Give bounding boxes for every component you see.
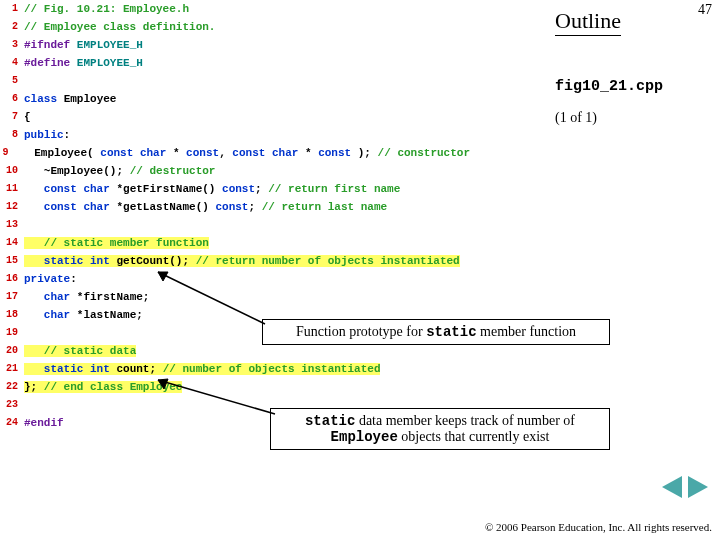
line-number: 21 [0,360,24,378]
svg-line-0 [158,272,265,324]
svg-marker-3 [158,379,168,389]
slide-nav [662,476,708,498]
outline-title: Outline [555,8,621,36]
code-content: { [24,108,31,126]
code-line: 6class Employee [0,90,470,108]
svg-line-2 [158,380,275,414]
callout-arrow-icon [150,372,280,422]
code-content: char *lastName; [24,306,143,324]
code-content: #endif [24,414,64,432]
callout-text: member function [477,324,577,339]
callout-static-function: Function prototype for static member fun… [262,319,610,345]
callout-code: static [426,324,476,340]
line-number: 17 [0,288,24,306]
line-number: 23 [0,396,24,414]
callout-text: objects that currently exist [398,429,550,444]
line-number: 16 [0,270,24,288]
line-number: 4 [0,54,24,72]
code-content: private: [24,270,77,288]
code-content: // Fig. 10.21: Employee.h [24,0,189,18]
code-line: 2// Employee class definition. [0,18,470,36]
code-listing: 1// Fig. 10.21: Employee.h2// Employee c… [0,0,470,432]
line-number: 19 [0,324,24,342]
callout-static-data: static data member keeps track of number… [270,408,610,450]
callout-code: Employee [331,429,398,445]
code-content: const char *getFirstName() const; // ret… [24,180,400,198]
code-line: 7{ [0,108,470,126]
line-number: 3 [0,36,24,54]
code-line: 11 const char *getFirstName() const; // … [0,180,470,198]
line-number: 12 [0,198,24,216]
code-content: #ifndef EMPLOYEE_H [24,36,143,54]
code-content: // static data [24,342,136,360]
callout-text: data member keeps track of number of [355,413,575,428]
code-content: #define EMPLOYEE_H [24,54,143,72]
line-number: 18 [0,306,24,324]
code-content: const char *getLastName() const; // retu… [24,198,387,216]
code-line: 13 [0,216,470,234]
line-number: 15 [0,252,24,270]
line-number: 2 [0,18,24,36]
copyright-text: © 2006 Pearson Education, Inc. All right… [485,521,712,534]
code-line: 14 // static member function [0,234,470,252]
code-content: // static member function [24,234,209,252]
line-number: 14 [0,234,24,252]
line-number: 20 [0,342,24,360]
line-number: 11 [0,180,24,198]
line-number: 8 [0,126,24,144]
code-content: ~Employee(); // destructor [24,162,215,180]
line-number: 6 [0,90,24,108]
code-content: public: [24,126,70,144]
line-number: 13 [0,216,24,234]
line-number: 22 [0,378,24,396]
code-content: Employee( const char * const, const char… [14,144,470,162]
source-filename: fig10_21.cpp [555,78,663,95]
page-of-indicator: (1 of 1) [555,110,597,126]
page-number: 47 [698,2,712,18]
prev-slide-icon[interactable] [662,476,682,498]
line-number: 24 [0,414,24,432]
callout-code: static [305,413,355,429]
line-number: 10 [0,162,24,180]
code-content: // Employee class definition. [24,18,215,36]
code-line: 3#ifndef EMPLOYEE_H [0,36,470,54]
code-line: 1// Fig. 10.21: Employee.h [0,0,470,18]
callout-text: Function prototype for [296,324,426,339]
next-slide-icon[interactable] [688,476,708,498]
line-number: 7 [0,108,24,126]
code-line: 12 const char *getLastName() const; // r… [0,198,470,216]
line-number: 1 [0,0,24,18]
line-number: 9 [0,144,14,162]
code-line: 8public: [0,126,470,144]
callout-arrow-icon [150,264,270,334]
line-number: 5 [0,72,24,90]
code-line: 9 Employee( const char * const, const ch… [0,144,470,162]
code-line: 4#define EMPLOYEE_H [0,54,470,72]
code-content: class Employee [24,90,116,108]
code-line: 5 [0,72,470,90]
code-content: char *firstName; [24,288,149,306]
code-line: 10 ~Employee(); // destructor [0,162,470,180]
